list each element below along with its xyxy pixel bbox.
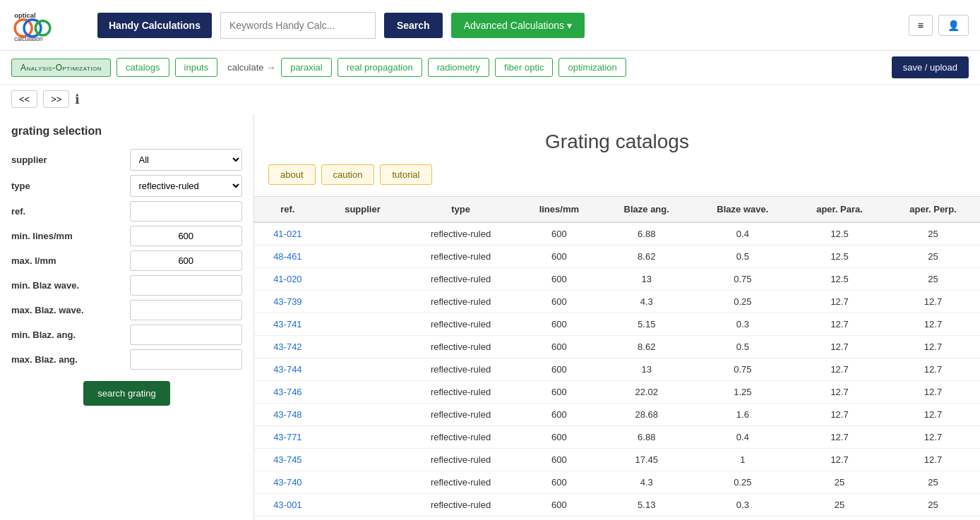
advanced-calc-button[interactable]: Advanced Calculations ▾ [451, 13, 585, 38]
min-blaz-wave-input[interactable] [130, 275, 243, 296]
handy-calc-button[interactable]: Handy Calculations [97, 13, 212, 38]
ref-link[interactable]: 43-740 [273, 477, 301, 488]
keyword-search-input[interactable] [220, 12, 376, 39]
table-row: 43-745 reflective-ruled 600 17.45 1 12.7… [254, 449, 980, 471]
real-propagation-button[interactable]: real propagation [337, 58, 422, 77]
cell-ref: 41-020 [254, 268, 321, 291]
optimization-button[interactable]: optimization [558, 58, 626, 77]
ref-link[interactable]: 43-741 [273, 319, 301, 329]
cell-supplier [321, 381, 405, 404]
ref-link[interactable]: 43-746 [273, 387, 301, 397]
cell-blaze-wave: 0.75 [693, 358, 794, 381]
cell-blaze-ang: 8.62 [601, 246, 693, 268]
logo-area: optical calculation [11, 6, 89, 44]
cell-lines-mm: 600 [518, 426, 601, 449]
form-grid: supplier All Thorlabs Newport Edmund Opt… [11, 149, 242, 370]
min-blaz-ang-input[interactable] [130, 325, 243, 345]
cell-ref: 43-740 [254, 471, 321, 494]
table-body: 41-021 reflective-ruled 600 6.88 0.4 12.… [254, 222, 980, 516]
user-button[interactable]: 👤 [938, 15, 969, 36]
max-blaz-ang-label: max. Blaz. ang. [11, 354, 124, 365]
ref-link[interactable]: 41-020 [273, 274, 301, 284]
cell-ref: 43-001 [254, 494, 321, 516]
cell-type: reflective-ruled [404, 268, 518, 291]
type-select[interactable]: reflective-ruled reflective-holographic … [130, 175, 243, 197]
svg-text:optical: optical [14, 11, 35, 19]
ref-link[interactable]: 41-021 [273, 229, 301, 239]
svg-point-3 [35, 21, 50, 36]
cell-aper-para: 12.7 [793, 381, 886, 404]
ref-link[interactable]: 43-739 [273, 296, 301, 307]
cell-lines-mm: 600 [518, 222, 601, 246]
col-aper-para: aper. Para. [793, 197, 886, 223]
cell-supplier [321, 426, 405, 449]
ref-label: ref. [11, 206, 124, 217]
supplier-select[interactable]: All Thorlabs Newport Edmund Optics [130, 149, 243, 171]
table-row: 43-740 reflective-ruled 600 4.3 0.25 25 … [254, 471, 980, 494]
cell-aper-perp: 12.7 [886, 426, 980, 449]
max-blaz-wave-label: max. Blaz. wave. [11, 305, 124, 315]
cell-blaze-wave: 0.3 [693, 313, 794, 336]
cell-lines-mm: 600 [518, 336, 601, 358]
inputs-button[interactable]: inputs [175, 58, 218, 77]
table-header-row: ref. supplier type lines/mm Blaze ang. B… [254, 197, 980, 223]
cell-ref: 43-745 [254, 449, 321, 471]
cell-aper-para: 12.7 [793, 336, 886, 358]
ref-link[interactable]: 43-771 [273, 432, 301, 442]
logo-icon: optical calculation [11, 6, 54, 44]
paraxial-button[interactable]: paraxial [281, 58, 332, 77]
menu-button[interactable]: ≡ [909, 15, 933, 36]
type-label: type [11, 181, 124, 191]
max-blaz-ang-input[interactable] [130, 349, 243, 370]
ref-input[interactable] [130, 201, 243, 222]
ref-link[interactable]: 43-001 [273, 500, 301, 510]
header: optical calculation Handy Calculations S… [0, 0, 980, 51]
tutorial-button[interactable]: tutorial [380, 164, 431, 185]
ref-link[interactable]: 43-748 [273, 409, 301, 420]
ref-link[interactable]: 43-744 [273, 364, 301, 375]
cell-type: reflective-ruled [404, 222, 518, 246]
cell-aper-perp: 25 [886, 246, 980, 268]
catalogs-button[interactable]: catalogs [116, 58, 169, 77]
cell-blaze-ang: 6.88 [601, 426, 693, 449]
supplier-label: supplier [11, 155, 124, 165]
cell-aper-perp: 12.7 [886, 381, 980, 404]
cell-ref: 43-744 [254, 358, 321, 381]
cell-aper-para: 12.5 [793, 246, 886, 268]
cell-supplier [321, 449, 405, 471]
cell-aper-para: 12.7 [793, 449, 886, 471]
header-right: ≡ 👤 [909, 15, 969, 36]
radiometry-button[interactable]: radiometry [428, 58, 489, 77]
min-lines-input[interactable] [130, 226, 243, 246]
cell-supplier [321, 246, 405, 268]
next-button[interactable]: >> [43, 90, 69, 108]
max-blaz-wave-input[interactable] [130, 300, 243, 320]
save-upload-button[interactable]: save / upload [892, 56, 969, 78]
search-button[interactable]: Search [384, 13, 443, 38]
ref-link[interactable]: 48-461 [273, 251, 301, 262]
cell-lines-mm: 600 [518, 358, 601, 381]
fiber-optic-button[interactable]: fiber optic [495, 58, 553, 77]
svg-text:calculation: calculation [14, 35, 43, 42]
info-icon[interactable]: ℹ [75, 92, 80, 107]
ref-link[interactable]: 43-745 [273, 454, 301, 465]
ref-link[interactable]: 43-742 [273, 341, 301, 352]
table-row: 43-744 reflective-ruled 600 13 0.75 12.7… [254, 358, 980, 381]
cell-blaze-wave: 0.25 [693, 471, 794, 494]
about-button[interactable]: about [268, 164, 316, 185]
cell-aper-para: 12.7 [793, 358, 886, 381]
cell-aper-para: 12.7 [793, 426, 886, 449]
prev-button[interactable]: << [11, 90, 37, 108]
toolbar-row: << >> ℹ [0, 85, 980, 114]
table-row: 43-748 reflective-ruled 600 28.68 1.6 12… [254, 404, 980, 426]
cell-blaze-ang: 28.68 [601, 404, 693, 426]
cell-aper-para: 12.7 [793, 404, 886, 426]
max-lines-input[interactable] [130, 250, 243, 271]
caution-button[interactable]: caution [321, 164, 375, 185]
analysis-badge: Analysis-Optimization [11, 59, 111, 77]
cell-supplier [321, 268, 405, 291]
cell-type: reflective-ruled [404, 404, 518, 426]
search-grating-button[interactable]: search grating [83, 381, 169, 406]
cell-blaze-wave: 1.6 [693, 404, 794, 426]
col-supplier: supplier [321, 197, 405, 223]
